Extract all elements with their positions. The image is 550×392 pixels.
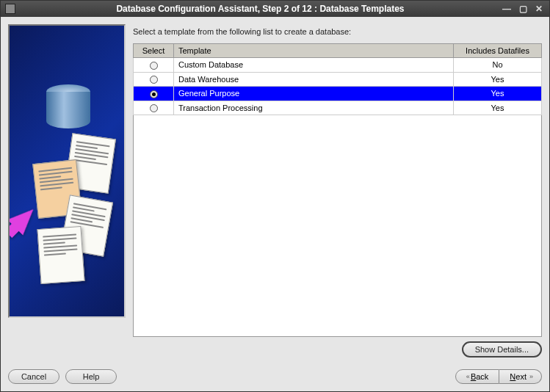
back-label: B [471,372,476,381]
database-cylinder-icon [46,84,90,136]
col-template: Template [174,44,454,58]
template-name: Data Warehouse [174,72,454,87]
template-name: Custom Database [174,58,454,73]
template-name: General Purpose [174,87,454,101]
wizard-sidebar-image [8,24,126,318]
table-row[interactable]: General PurposeYes [134,87,542,101]
datafiles-value: Yes [454,72,542,87]
radio-icon[interactable] [150,62,158,70]
template-table: Select Template Includes Datafiles Custo… [133,43,542,115]
radio-icon[interactable] [150,90,158,98]
next-label: N [510,372,515,381]
back-button[interactable]: « Back [455,369,499,384]
col-datafiles: Includes Datafiles [454,44,542,58]
close-button[interactable]: ✕ [533,4,545,14]
window-controls: — ▢ ✕ [501,4,545,14]
radio-icon[interactable] [150,104,158,112]
datafiles-value: Yes [454,87,542,101]
radio-cell[interactable] [134,72,174,87]
document-icon [37,226,84,284]
instruction-text: Select a template from the following lis… [133,27,542,36]
template-name: Transaction Processing [174,101,454,115]
app-icon [5,4,15,14]
table-row[interactable]: Transaction ProcessingYes [134,101,542,115]
next-button[interactable]: Next » [499,369,542,384]
radio-cell[interactable] [134,101,174,115]
datafiles-value: No [454,58,542,73]
dbca-window: Database Configuration Assistant, Step 2… [0,0,550,392]
table-row[interactable]: Custom DatabaseNo [134,58,542,73]
chevron-left-icon: « [466,373,468,380]
nav-buttons: « Back Next » [455,369,542,384]
table-empty-area [133,115,542,337]
titlebar: Database Configuration Assistant, Step 2… [1,1,549,17]
table-row[interactable]: Data WarehouseYes [134,72,542,87]
minimize-button[interactable]: — [501,4,513,14]
datafiles-value: Yes [454,101,542,115]
details-row: Show Details... [133,341,542,357]
help-button[interactable]: Help [65,369,117,384]
chevron-right-icon: » [529,373,531,380]
radio-icon[interactable] [150,76,158,84]
main-panel: Select a template from the following lis… [133,24,542,357]
radio-cell[interactable] [134,87,174,101]
wizard-footer: Cancel Help « Back Next » [1,365,549,391]
window-title: Database Configuration Assistant, Step 2… [20,4,501,14]
table-header-row: Select Template Includes Datafiles [134,44,542,58]
col-select: Select [134,44,174,58]
arrow-icon [8,202,41,236]
maximize-button[interactable]: ▢ [517,4,529,14]
show-details-button[interactable]: Show Details... [462,341,542,357]
radio-cell[interactable] [134,58,174,73]
cancel-button[interactable]: Cancel [8,369,59,384]
content-area: Select a template from the following lis… [1,17,549,365]
